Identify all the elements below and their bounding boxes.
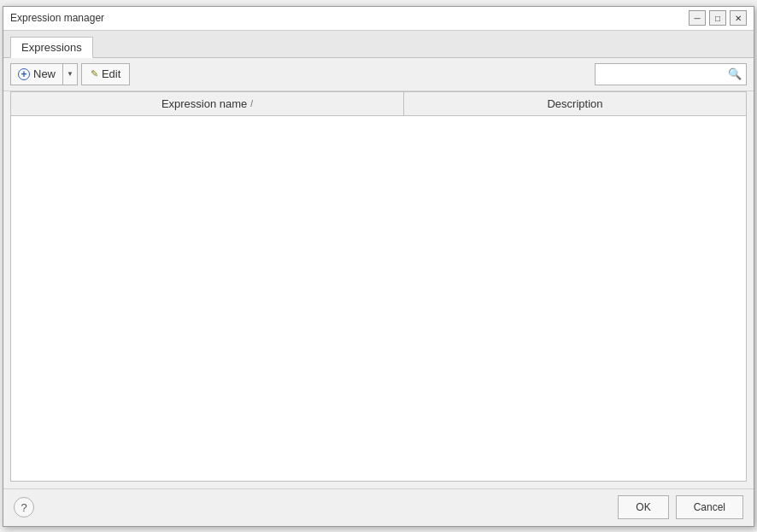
new-button[interactable]: + New ▼	[10, 63, 78, 85]
new-dropdown-arrow[interactable]: ▼	[63, 64, 77, 85]
expression-manager-window: Expression manager ─ □ ✕ Expressions + N…	[3, 6, 754, 527]
table-body	[11, 116, 746, 481]
help-icon: ?	[21, 501, 26, 514]
window-title: Expression manager	[10, 12, 104, 24]
content-area: Expression name / Description	[10, 91, 747, 482]
column-header-name: Expression name /	[11, 92, 404, 115]
pencil-icon: ✎	[91, 68, 98, 79]
title-bar: Expression manager ─ □ ✕	[3, 7, 754, 31]
maximize-button[interactable]: □	[709, 10, 726, 26]
table-header: Expression name / Description	[11, 92, 746, 116]
edit-button[interactable]: ✎ Edit	[81, 63, 130, 85]
toolbar: + New ▼ ✎ Edit 🔍	[3, 58, 754, 91]
search-box[interactable]: 🔍	[595, 63, 747, 85]
search-input[interactable]	[596, 68, 724, 80]
sort-icon: /	[250, 99, 253, 108]
column-header-description: Description	[404, 92, 746, 115]
help-button[interactable]: ?	[14, 497, 34, 517]
new-button-main[interactable]: + New	[11, 64, 63, 85]
new-plus-icon: +	[18, 68, 30, 80]
new-label: New	[33, 67, 56, 80]
ok-button[interactable]: OK	[618, 495, 668, 519]
footer-buttons: OK Cancel	[618, 495, 743, 519]
search-icon: 🔍	[728, 67, 742, 80]
search-button[interactable]: 🔍	[724, 64, 746, 85]
tab-bar: Expressions	[3, 31, 754, 58]
title-bar-controls: ─ □ ✕	[689, 10, 747, 26]
close-button[interactable]: ✕	[730, 10, 747, 26]
tab-expressions[interactable]: Expressions	[10, 37, 93, 58]
edit-label: Edit	[102, 67, 120, 80]
chevron-down-icon: ▼	[67, 70, 73, 78]
minimize-button[interactable]: ─	[689, 10, 706, 26]
cancel-button[interactable]: Cancel	[676, 495, 743, 519]
footer: ? OK Cancel	[3, 488, 754, 526]
